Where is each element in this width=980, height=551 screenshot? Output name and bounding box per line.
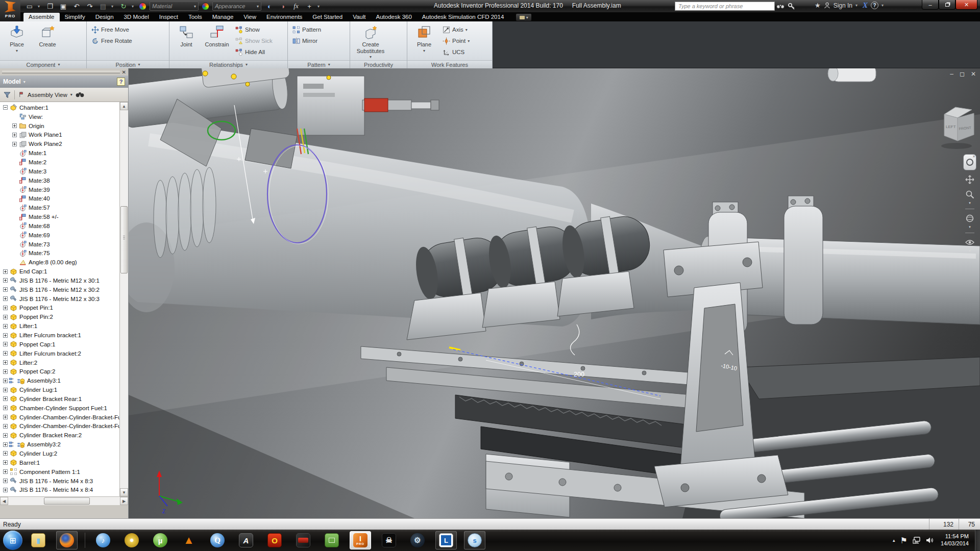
expander-icon[interactable] [3,333,8,338]
free-rotate-button[interactable]: Free Rotate [89,35,135,46]
expander-icon[interactable] [3,306,8,310]
taskbar-furmark-icon[interactable]: O [264,531,285,549]
tree-item-mate-68[interactable]: Mate:68 [0,221,119,231]
taskbar-cod-ghosts-icon[interactable]: ☠ [378,531,400,549]
expander-icon[interactable] [3,324,8,329]
expander-icon[interactable] [3,315,8,319]
tab-inspect[interactable]: Inspect [154,13,183,21]
ucs-button[interactable]: UCS [440,46,472,58]
new-file-caret-icon[interactable]: ▾ [38,4,42,9]
expander-icon[interactable] [3,105,8,110]
taskbar-firefox-icon[interactable] [56,531,78,549]
tab-vault[interactable]: Vault [348,13,371,21]
tree-item-mate-73[interactable]: Mate:73 [0,240,119,249]
tree-item-poppet-cap-1[interactable]: Poppet Cap:1 [0,340,119,349]
constrain-button[interactable]: Constrain [202,23,232,60]
show-button[interactable]: Show [233,24,275,35]
tree-item-mate-2[interactable]: Mate:2 [0,158,119,167]
tree-item-poppet-pin-1[interactable]: Poppet Pin:1 [0,304,119,313]
vertical-scroll-thumb[interactable] [120,206,128,273]
tab-assemble[interactable]: Assemble [23,13,60,21]
close-button[interactable]: ✕ [955,0,977,10]
navbar-overflow-caret-icon[interactable]: ▾ [969,249,971,253]
create-substitutes-button[interactable]: Create Substitutes▾ [352,23,389,60]
tree-item-lifter-2[interactable]: Lifter:2 [0,358,119,367]
tree-item-end-cap-1[interactable]: End Cap:1 [0,267,119,276]
tab-design[interactable]: Design [90,13,119,21]
expander-icon[interactable] [3,396,8,401]
expander-icon[interactable] [3,388,8,392]
tree-item-jis-b-1176-metric-m4-x-8-4[interactable]: JIS B 1176 - Metric M4 x 8:4 [0,485,119,494]
sign-in-caret-icon[interactable]: ▾ [855,3,860,8]
tree-vertical-scrollbar[interactable]: ▲ ▼ [119,102,128,496]
group-label-component[interactable]: Component▾ [0,60,86,68]
scroll-right-icon[interactable]: ▶ [120,497,128,505]
taskbar-ati-catalyst-icon[interactable]: A [235,531,257,549]
find-binoculars-icon[interactable] [76,91,84,98]
tree-item-barrel-1[interactable]: Barrel:1 [0,458,119,467]
new-file-icon[interactable]: ▭ [24,2,35,11]
taskbar-vlc-icon[interactable]: ▲ [178,531,200,549]
tree-item-jis-b-1176-metric-m12-x-30-1[interactable]: JIS B 1176 - Metric M12 x 30:1 [0,276,119,285]
tree-item-jis-b-1176-metric-m12-x-30-2[interactable]: JIS B 1176 - Metric M12 x 30:2 [0,285,119,294]
parameters-fx-icon[interactable]: fx [291,2,301,11]
open-icon[interactable]: ❐ [45,2,55,11]
redo-icon[interactable]: ↷ [85,2,95,11]
print-icon[interactable]: ▤ [98,2,108,11]
minimize-button[interactable]: – [922,0,939,10]
free-move-button[interactable]: Free Move [89,24,135,35]
exchange-apps-icon[interactable]: X [863,1,868,10]
group-label-relationships[interactable]: Relationships▾ [169,60,287,68]
expander-icon[interactable] [12,142,17,146]
view-mode-caret-icon[interactable]: ▾ [70,92,72,97]
create-button[interactable]: Create [33,23,62,60]
taskbar-disc-burner-icon[interactable] [121,531,142,549]
scroll-left-icon[interactable]: ◀ [0,497,8,505]
tab-autodesk-360[interactable]: Autodesk 360 [371,13,417,21]
view-mode-select[interactable]: Assembly View [28,92,67,98]
tree-item-mate-1[interactable]: Mate:1 [0,148,119,158]
taskbar-gpu-tool-icon[interactable] [292,531,314,549]
update-icon[interactable]: ↻ [118,2,129,11]
tree-item-mate-40[interactable]: Mate:40 [0,194,119,203]
tree-item-mate-75[interactable]: Mate:75 [0,249,119,258]
taskbar-device-board-icon[interactable] [321,531,342,549]
joint-button[interactable]: Joint [172,23,201,60]
zoom-icon[interactable] [964,189,976,200]
taskbar-steam-icon[interactable]: ⚙ [407,531,428,549]
taskbar-quicktime-icon[interactable]: Q [207,531,228,549]
start-button[interactable]: ⊞ [3,531,22,550]
tree-item-poppet-cap-2[interactable]: Poppet Cap:2 [0,367,119,376]
application-menu-button[interactable]: PRO [0,0,20,21]
add-qat-icon[interactable]: + [304,2,314,11]
tab-3d-model[interactable]: 3D Model [119,13,154,21]
tab-view[interactable]: View [238,13,261,21]
tree-item-work-plane2[interactable]: Work Plane2 [0,139,119,148]
expander-icon[interactable] [3,406,8,410]
hide-all-button[interactable]: Hide All [233,46,275,58]
point-button[interactable]: Point▾ [440,35,472,46]
tree-item-cylinder-chamber-cylinder-bracket-fu[interactable]: Cylinder-Chamber-Cylinder-Bracket-Fu [0,422,119,431]
help-caret-icon[interactable]: ▾ [881,3,886,8]
expander-icon[interactable] [3,451,8,456]
horizontal-scroll-thumb[interactable] [44,497,90,505]
appearance-select[interactable]: Appearance▾ [212,2,261,11]
ribbon-appearance-button[interactable]: ▾ [516,14,531,21]
doc-close-icon[interactable]: ✕ [971,70,976,78]
expander-icon[interactable] [3,424,8,429]
tab-autodesk-simulation-cfd-2014[interactable]: Autodesk Simulation CFD 2014 [417,13,509,21]
tree-horizontal-scrollbar[interactable]: ◀ ▶ [0,496,128,505]
browser-header[interactable]: Model ▾ ? [0,76,128,88]
tree-item-mate-38[interactable]: Mate:38 [0,176,119,185]
undo-icon[interactable]: ↶ [71,2,82,11]
tree-item-origin[interactable]: Origin [0,121,119,131]
expander-icon[interactable] [3,379,8,383]
taskbar-utorrent-icon[interactable]: µ [150,531,171,549]
tree-item-assembly3-2[interactable]: Assembly3:2 [0,440,119,449]
tree-item-lifter-fulcrum-bracket-1[interactable]: Lifter Fulcrum bracket:1 [0,331,119,340]
favorites-star-icon[interactable]: ★ [815,2,821,9]
tree-item-lifter-fulcrum-bracket-2[interactable]: Lifter Fulcrum bracket:2 [0,349,119,358]
panel-grip[interactable]: ✕ [0,68,128,76]
doc-minimize-icon[interactable]: – [950,70,953,78]
panel-close-icon[interactable]: ✕ [122,69,126,75]
